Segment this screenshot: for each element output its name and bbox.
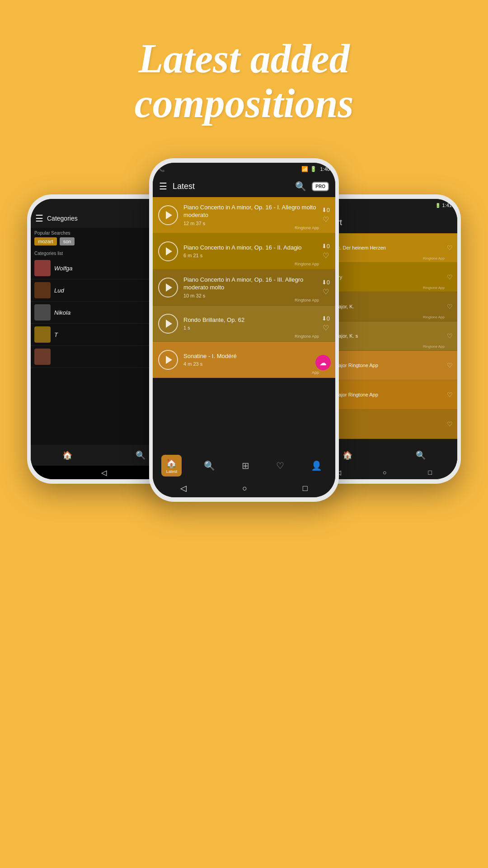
right-label-3: Ringtone App [423,315,445,319]
nav-item-search[interactable]: 🔍 [199,458,220,474]
center-menu-icon[interactable]: ☰ [159,181,167,192]
left-menu-icon[interactable]: ☰ [35,213,43,224]
right-nav-search[interactable]: 🔍 [416,450,426,460]
song-item-1[interactable]: Piano Concerto in A minor, Op. 16 - I. A… [153,197,335,233]
download-icon-4[interactable]: ⬇0 [322,315,330,322]
song-actions-4: ⬇0 ♡ [322,315,330,332]
composer-avatar-2 [34,282,51,298]
song-actions-2: ⬇0 ♡ [322,243,330,260]
center-home-btn[interactable]: ○ [242,484,247,493]
center-clock: 1:40 [320,166,330,172]
song-item-3[interactable]: Piano Concerto in A minor, Op. 16 - III.… [153,269,335,306]
play-btn-2[interactable] [158,241,178,261]
play-icon-1 [166,211,172,219]
pro-badge[interactable]: PRO [312,182,329,191]
heart-icon-1[interactable]: ♡ [323,215,329,224]
play-btn-5[interactable] [158,350,178,370]
right-heart-3[interactable]: ♡ [447,303,453,310]
center-phone-icon: 📞 [158,166,165,172]
right-heart-2[interactable]: ♡ [447,274,453,281]
heart-icon-4[interactable]: ♡ [323,324,329,332]
center-song-list: Piano Concerto in A minor, Op. 16 - I. A… [153,197,335,452]
download-icon-3[interactable]: ⬇0 [322,279,330,286]
tag-son[interactable]: son [60,237,75,245]
song-info-3: Piano Concerto in A minor, Op. 16 - III.… [183,276,322,298]
composer-name-1: Wolfga [54,265,72,272]
play-btn-3[interactable] [158,278,178,297]
download-icon-2[interactable]: ⬇0 [322,243,330,250]
center-toolbar: ☰ Latest 🔍 PRO [153,175,335,197]
nav-item-categories[interactable]: ⊞ [237,458,254,474]
composer-name-2: Lud [54,287,64,294]
song-actions-3: ⬇0 ♡ [322,279,330,296]
nav-grid-icon: ⊞ [242,460,249,471]
right-heart-5[interactable]: ♡ [447,362,453,369]
nav-user-icon: 👤 [311,460,322,471]
page-title: Latest added compositions [27,36,461,126]
tag-mozart[interactable]: mozart [34,237,57,245]
play-icon-4 [166,320,172,328]
right-heart-6[interactable]: ♡ [447,391,453,398]
song-duration-5: 4 m 23 s [183,361,330,367]
song-info-1: Piano Concerto in A minor, Op. 16 - I. A… [183,204,322,226]
song-info-4: Rondo Brillante, Op. 62 1 s [183,316,322,331]
composer-name-4: T [54,331,58,338]
song-item-5[interactable]: Sonatine - I. Modéré 4 m 23 s ☁ App [153,342,335,378]
right-label-1: Ringtone App [423,256,445,260]
right-heart-1[interactable]: ♡ [447,244,453,251]
composer-avatar-1 [34,260,51,276]
nav-item-latest[interactable]: 🏠 Latest [161,455,182,476]
song-title-4: Rondo Brillante, Op. 62 [183,316,322,324]
play-icon-5 [166,356,172,364]
play-btn-1[interactable] [158,205,178,225]
right-label-4: Ringtone App [423,344,445,349]
download-icon-1[interactable]: ⬇0 [322,207,330,213]
composer-avatar-3 [34,304,51,321]
song-label-5: App [312,370,319,375]
right-heart-4[interactable]: ♡ [447,332,453,340]
center-bottom-nav: 🏠 Latest 🔍 ⊞ ♡ 👤 [153,452,335,479]
song-info-5: Sonatine - I. Modéré 4 m 23 s [183,353,330,367]
song-label-4: Ringtone App [295,334,319,339]
nav-home-icon: 🏠 [166,458,177,468]
center-toolbar-title: Latest [173,182,290,191]
center-status-bar: 📞 📶 🔋 1:40 [153,163,335,175]
nav-item-favorites[interactable]: ♡ [272,458,289,474]
nav-latest-label: Latest [166,469,178,474]
song-item-4[interactable]: Rondo Brillante, Op. 62 1 s ⬇0 ♡ Rington… [153,306,335,342]
nav-search-icon: 🔍 [204,460,215,471]
nav-item-profile[interactable]: 👤 [306,458,327,474]
song-title-3: Piano Concerto in A minor, Op. 16 - III.… [183,276,322,292]
heart-icon-3[interactable]: ♡ [323,288,329,296]
left-back-btn[interactable]: ◁ [101,468,107,477]
song-title-5: Sonatine - I. Modéré [183,353,330,360]
center-phone: 📞 📶 🔋 1:40 ☰ Latest 🔍 PRO [149,158,339,502]
song-label-1: Ringtone App [295,226,319,230]
center-signal-icon: 📶 [301,166,308,172]
center-system-nav: ◁ ○ □ [153,479,335,497]
center-phone-screen: 📞 📶 🔋 1:40 ☰ Latest 🔍 PRO [153,163,335,497]
song-info-2: Piano Concerto in A minor, Op. 16 - II. … [183,244,322,259]
play-icon-3 [166,283,172,292]
heart-icon-2[interactable]: ♡ [323,251,329,260]
left-nav-search-icon[interactable]: 🔍 [136,450,145,460]
download-cloud-btn[interactable]: ☁ [315,355,331,370]
right-nav-home[interactable]: 🏠 [343,450,352,460]
play-icon-2 [166,247,172,255]
right-home-btn[interactable]: ○ [383,469,386,476]
left-nav-home-icon[interactable]: 🏠 [62,450,72,460]
composer-name-3: Nikola [54,309,70,316]
right-recents-btn[interactable]: □ [428,469,432,476]
composer-avatar-4 [34,326,51,343]
center-search-icon[interactable]: 🔍 [295,181,306,192]
song-duration-4: 1 s [183,325,322,330]
song-item-2[interactable]: Piano Concerto in A minor, Op. 16 - II. … [153,233,335,269]
right-label-2: Ringtone App [423,286,445,290]
play-btn-4[interactable] [158,314,178,334]
song-title-1: Piano Concerto in A minor, Op. 16 - I. A… [183,204,322,219]
right-clock: 1:41 [442,203,452,208]
center-recents-btn[interactable]: □ [303,484,308,493]
right-heart-7[interactable]: ♡ [447,420,453,428]
center-back-btn[interactable]: ◁ [180,483,187,493]
song-duration-2: 6 m 21 s [183,253,322,258]
